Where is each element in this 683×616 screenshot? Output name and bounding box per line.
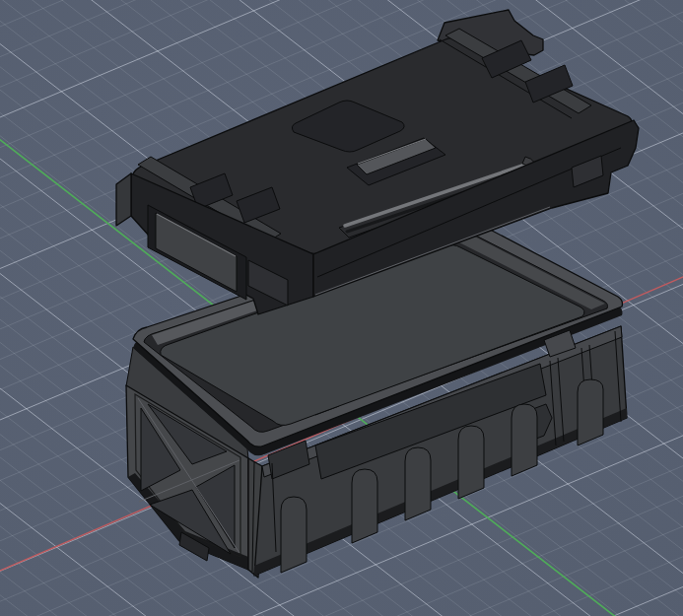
cad-viewport[interactable] — [0, 0, 683, 616]
